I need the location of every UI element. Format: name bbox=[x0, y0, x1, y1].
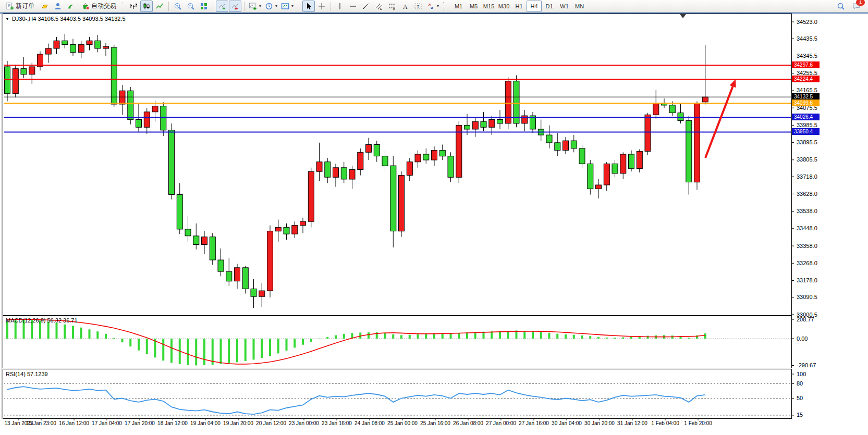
timeframe-button-w1[interactable]: W1 bbox=[557, 1, 572, 12]
tile-windows-icon bbox=[200, 2, 208, 10]
symbol-dropdown-icon[interactable]: ▼ bbox=[5, 17, 9, 21]
price-axis-label: 34075.5 bbox=[797, 105, 817, 111]
price-tag: 34099.6 bbox=[792, 100, 820, 106]
price-axis-label: 33805.5 bbox=[797, 156, 817, 163]
time-axis-label: 20 Jan 12:00 bbox=[256, 420, 286, 426]
text-label-tool-button[interactable]: T bbox=[412, 1, 424, 12]
search-button[interactable] bbox=[835, 1, 847, 12]
dropdown-caret-icon: ▾ bbox=[259, 4, 261, 8]
price-axis-label: 33448.0 bbox=[797, 225, 817, 231]
timeframe-button-m15[interactable]: M15 bbox=[481, 1, 496, 12]
toolbar-separator bbox=[213, 2, 213, 11]
time-axis-label: 27 Jan 00:00 bbox=[486, 420, 516, 426]
time-axis-label: 17 Jan 04:00 bbox=[92, 420, 122, 426]
time-axis-label: 1 Feb 04:00 bbox=[651, 420, 679, 426]
toolbar: 新订单 自动交易 bbox=[0, 0, 868, 13]
time-axis-label: 30 Jan 04:00 bbox=[552, 420, 582, 426]
periods-button[interactable]: ▾ bbox=[263, 1, 279, 12]
bar-chart-button[interactable] bbox=[127, 1, 140, 12]
price-tag: 33950.4 bbox=[792, 128, 820, 135]
price-axis-label: 33895.5 bbox=[797, 139, 817, 145]
dropdown-caret-icon: ▾ bbox=[291, 4, 294, 8]
zoom-in-button[interactable] bbox=[172, 1, 184, 12]
auto-scroll-button[interactable] bbox=[216, 1, 228, 12]
signals-button[interactable] bbox=[65, 1, 77, 12]
auto-trading-label: 自动交易 bbox=[91, 2, 116, 10]
macd-indicator-panel[interactable] bbox=[3, 316, 792, 368]
time-axis-label: 23 Jan 16:00 bbox=[322, 420, 352, 426]
price-axis-label: 33628.0 bbox=[797, 191, 817, 197]
add-indicator-button[interactable]: ▾ bbox=[247, 1, 263, 12]
svg-text:T: T bbox=[417, 4, 420, 9]
crosshair-tool-button[interactable] bbox=[315, 1, 328, 12]
timeframe-button-m5[interactable]: M5 bbox=[466, 1, 481, 12]
accounts-button[interactable] bbox=[52, 1, 64, 12]
line-chart-button[interactable] bbox=[153, 1, 166, 12]
timeframe-button-mn[interactable]: MN bbox=[572, 1, 587, 12]
time-axis-label: 25 Jan 00:00 bbox=[387, 420, 418, 426]
timeframe-button-h1[interactable]: H1 bbox=[511, 1, 527, 12]
timeframe-button-m1[interactable]: M1 bbox=[451, 1, 466, 12]
channel-tool-button[interactable]: E bbox=[373, 1, 385, 12]
new-order-button[interactable]: 新订单 bbox=[2, 1, 38, 12]
chart-shift-button[interactable] bbox=[229, 1, 241, 12]
window-accent-strip bbox=[0, 13, 868, 14]
gold-button[interactable] bbox=[39, 1, 51, 12]
time-axis-label: 30 Jan 20:00 bbox=[584, 420, 615, 426]
macd-label: MACD(12,26,9) 56.32 36.71 bbox=[6, 317, 78, 324]
auto-scroll-icon bbox=[218, 2, 226, 10]
bar-chart-icon bbox=[129, 2, 138, 10]
window-frame-edge bbox=[1, 14, 2, 419]
notifications-button[interactable]: 1 bbox=[850, 1, 863, 12]
zoom-out-button[interactable] bbox=[185, 1, 197, 12]
toolbar-grip bbox=[123, 2, 125, 10]
template-icon bbox=[281, 2, 289, 10]
new-order-icon bbox=[6, 2, 14, 10]
rsi-indicator-panel[interactable] bbox=[3, 369, 792, 419]
price-tag: 34224.4 bbox=[792, 76, 820, 82]
time-axis-label: 24 Jan 08:00 bbox=[354, 420, 385, 426]
timeframe-button-h4[interactable]: H4 bbox=[527, 1, 542, 12]
time-axis-label: 26 Jan 08:00 bbox=[453, 420, 483, 426]
vertical-line-tool-button[interactable] bbox=[334, 1, 346, 12]
gold-ingot-icon bbox=[41, 2, 49, 10]
add-indicator-icon bbox=[249, 2, 257, 10]
template-button[interactable]: ▾ bbox=[279, 1, 295, 12]
cursor-tool-button[interactable] bbox=[302, 1, 315, 12]
svg-text:F: F bbox=[393, 7, 395, 10]
time-axis-label: 15 Jan 23:00 bbox=[26, 420, 56, 426]
price-tag: 34026.4 bbox=[792, 114, 820, 120]
horizontal-line-tool-button[interactable] bbox=[347, 1, 359, 12]
auto-trading-button[interactable]: 自动交易 bbox=[78, 1, 120, 12]
price-axis-label: 33178.0 bbox=[797, 277, 817, 283]
time-axis-label: 19 Jan 20:00 bbox=[223, 420, 253, 426]
candlestick-chart-button[interactable] bbox=[140, 1, 153, 12]
fibonacci-icon: F bbox=[388, 2, 396, 10]
arrows-tool-button[interactable]: ▾ bbox=[425, 1, 441, 12]
price-axis-label: 33985.5 bbox=[797, 122, 817, 128]
dropdown-caret-icon: ▾ bbox=[437, 4, 439, 8]
timeframe-button-m30[interactable]: M30 bbox=[496, 1, 511, 12]
trendline-tool-button[interactable] bbox=[360, 1, 372, 12]
candlestick-chart-icon bbox=[142, 2, 151, 10]
timeframe-button-d1[interactable]: D1 bbox=[542, 1, 557, 12]
price-axis-label: 33000.5 bbox=[797, 312, 817, 318]
trendline-icon bbox=[362, 2, 370, 10]
macd-axis-label: -290.67 bbox=[797, 362, 816, 368]
toolbar-separator bbox=[168, 2, 169, 11]
time-axis-label: 13 Jan 2023 bbox=[4, 420, 33, 426]
price-axis-label: 33090.5 bbox=[797, 294, 817, 300]
timeframe-group: M1M5M15M30H1H4D1W1MN bbox=[451, 1, 587, 12]
fibonacci-tool-button[interactable]: F bbox=[386, 1, 398, 12]
toolbar-grip bbox=[298, 2, 300, 10]
text-tool-button[interactable]: A bbox=[399, 1, 411, 12]
time-axis-label: 16 Jan 12:00 bbox=[59, 420, 89, 426]
price-axis-label: 33358.0 bbox=[797, 243, 817, 249]
tile-windows-button[interactable] bbox=[198, 1, 210, 12]
account-person-icon bbox=[54, 2, 62, 10]
time-axis-label: 27 Jan 16:00 bbox=[519, 420, 549, 426]
main-chart-panel[interactable] bbox=[3, 14, 792, 316]
time-axis-label: 19 Jan 04:00 bbox=[190, 420, 221, 426]
text-label-icon: T bbox=[414, 2, 422, 10]
time-axis-label: 1 Feb 20:00 bbox=[684, 420, 712, 426]
